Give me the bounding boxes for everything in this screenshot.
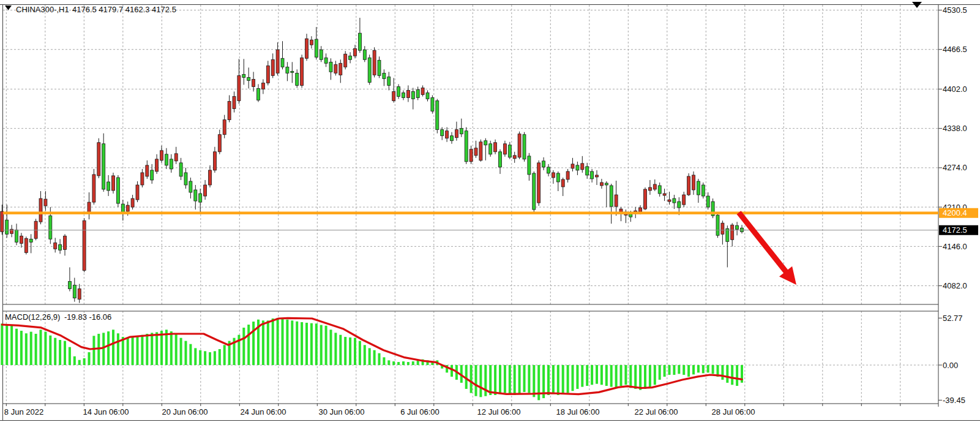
macd-histogram-bar — [499, 365, 501, 394]
candle-body — [233, 96, 236, 108]
macd-histogram-bar — [73, 356, 76, 365]
candle-body — [213, 152, 216, 170]
time-axis-label: 18 Jul 06:00 — [556, 407, 600, 416]
macd-histogram-bar — [325, 326, 327, 365]
candle-body — [339, 63, 342, 75]
candle-body — [600, 183, 603, 186]
candle-body — [431, 97, 434, 111]
candle-body — [576, 165, 579, 170]
price-axis-label: 4530.5 — [943, 6, 967, 15]
candle-body — [460, 129, 463, 134]
macd-histogram-bar — [644, 365, 646, 389]
candle-body — [218, 135, 221, 152]
candle-body — [484, 141, 487, 145]
candle-body — [586, 167, 589, 175]
macd-histogram-bar — [151, 333, 153, 365]
macd-histogram-bar — [659, 365, 661, 380]
candle-body — [165, 154, 168, 165]
candle-body — [474, 148, 477, 156]
candle-body — [184, 173, 187, 185]
macd-histogram-bar — [170, 331, 173, 365]
macd-histogram-bar — [267, 320, 269, 365]
macd-axis-label: 0.00 — [943, 361, 958, 370]
price-axis-label: 4274.0 — [943, 163, 967, 172]
candle-body — [683, 195, 686, 205]
macd-histogram-bar — [639, 365, 641, 390]
candle-body — [349, 56, 352, 59]
macd-histogram-bar — [219, 349, 221, 365]
candle-body — [73, 285, 76, 298]
macd-histogram-bar — [339, 335, 342, 365]
macd-histogram-bar — [69, 347, 71, 365]
candle-body — [596, 175, 599, 177]
candle-body — [344, 54, 347, 67]
candle-body — [296, 73, 299, 85]
macd-indicator — [1, 318, 743, 400]
macd-histogram-bar — [44, 332, 47, 365]
hline-price-badge-label: 4200.4 — [943, 208, 967, 217]
candle-body — [411, 91, 414, 99]
annotations[interactable] — [739, 213, 796, 285]
candle-body — [533, 173, 536, 209]
macd-histogram-bar — [683, 365, 685, 375]
trading-chart-window: 4530.54466.54402.04338.04274.04210.04146… — [0, 0, 980, 422]
macd-histogram-bar — [470, 365, 473, 393]
macd-histogram-bar — [54, 338, 56, 365]
candle-body — [174, 154, 178, 161]
candle-body — [441, 130, 444, 136]
candle-body — [252, 79, 255, 86]
macd-histogram-bar — [272, 318, 274, 365]
macd-values: -19.83 -16.06 — [64, 312, 111, 322]
candle-body — [34, 221, 37, 238]
candle-body — [228, 102, 231, 120]
candle-body — [189, 181, 192, 192]
candle-body — [276, 50, 279, 73]
macd-histogram-bar — [296, 322, 298, 365]
price-axis-label: 4466.5 — [943, 45, 967, 54]
macd-histogram-bar — [282, 319, 284, 365]
macd-histogram-bar — [291, 320, 293, 365]
symbol-dropdown-icon[interactable] — [5, 6, 12, 10]
candle-body — [324, 58, 327, 63]
candle-body — [281, 58, 284, 67]
macd-histogram-bar — [392, 361, 395, 365]
candle-body — [199, 194, 202, 202]
macd-histogram-bar — [620, 365, 623, 386]
macd-histogram-bar — [64, 341, 66, 365]
candle-body — [179, 163, 182, 176]
candle-body — [305, 39, 309, 58]
candle-body — [741, 228, 744, 232]
macd-histogram-bar — [629, 365, 632, 388]
candle-body — [126, 205, 129, 211]
chart-canvas[interactable]: 4530.54466.54402.04338.04274.04210.04146… — [0, 0, 980, 422]
candle-body — [479, 142, 482, 160]
candle-body — [406, 90, 410, 97]
candle-body — [451, 136, 454, 141]
macd-histogram-bar — [581, 365, 583, 387]
macd-histogram-bar — [88, 352, 91, 365]
macd-histogram-bar — [247, 325, 250, 365]
candle-body — [155, 159, 159, 171]
macd-histogram-bar — [334, 333, 337, 365]
macd-histogram-bar — [387, 360, 390, 365]
macd-histogram-bar — [668, 365, 671, 375]
macd-histogram-bar — [678, 365, 680, 374]
candle-body — [736, 225, 739, 229]
macd-histogram-bar — [402, 361, 405, 365]
macd-histogram-bar — [509, 365, 511, 394]
macd-histogram-bar — [160, 331, 163, 365]
price-axis-label: 4146.0 — [943, 242, 967, 251]
macd-histogram-bar — [610, 365, 613, 387]
trend-arrow-shaft[interactable] — [739, 213, 788, 274]
candle-body — [673, 198, 676, 203]
candle-body — [668, 200, 671, 202]
macd-histogram-bar — [25, 333, 28, 365]
macd-histogram-bar — [489, 365, 492, 395]
price-lines[interactable] — [3, 213, 938, 230]
time-axis-label: 6 Jul 06:00 — [400, 407, 440, 416]
candle-body — [731, 225, 734, 239]
price-axis-label: 4338.0 — [943, 124, 967, 133]
candle-body — [92, 175, 95, 202]
candle-body — [706, 196, 709, 207]
macd-histogram-bar — [112, 330, 114, 365]
